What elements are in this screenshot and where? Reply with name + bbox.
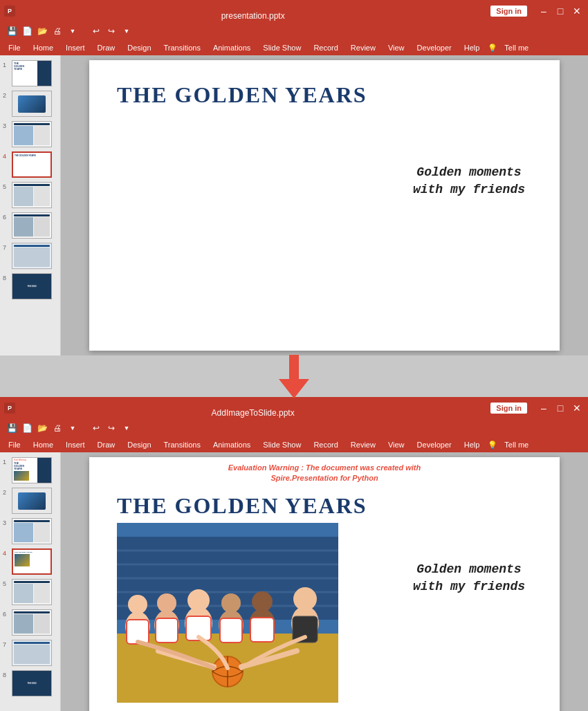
bottom-quick-access-toolbar: 💾 📄 📂 🖨 ▼ ↩ ↪ ▼: [0, 419, 588, 437]
bottom-thumbnails-panel: 1 Eval Warning THEGOLDENYEARS 2: [0, 452, 61, 711]
open-icon[interactable]: 📂: [36, 26, 48, 36]
top-slide-main: THE GOLDEN YEARS Golden moments with my …: [89, 60, 560, 351]
bottom-thumbnail-8[interactable]: 8 THE END: [0, 668, 60, 699]
bottom-redo-icon[interactable]: ↪: [105, 423, 118, 433]
bottom-undo-icon[interactable]: ↩: [90, 423, 102, 433]
bottom-tab-review[interactable]: Review: [345, 439, 381, 450]
thumb-box-7: [12, 243, 52, 269]
undo-icon[interactable]: ↩: [90, 26, 102, 36]
bottom-thumbnail-6[interactable]: 6: [0, 607, 60, 638]
thumbnail-4[interactable]: 4 THE GOLDEN YEARS: [0, 149, 60, 180]
thumb-box-4: THE GOLDEN YEARS: [12, 151, 52, 178]
bottom-tab-home[interactable]: Home: [28, 439, 59, 450]
bottom-tab-tellme[interactable]: Tell me: [499, 439, 534, 450]
bottom-ribbon: File Home Insert Draw Design Transitions…: [0, 437, 588, 452]
bottom-sign-in-button[interactable]: Sign in: [490, 403, 527, 414]
close-button[interactable]: ✕: [570, 6, 584, 17]
save-icon[interactable]: 💾: [6, 26, 18, 36]
tab-help[interactable]: Help: [459, 42, 486, 53]
bottom-save-icon[interactable]: 💾: [6, 423, 18, 433]
thumbnail-3[interactable]: 3: [0, 119, 60, 149]
bottom-open-icon[interactable]: 📂: [36, 423, 48, 433]
bottom-thumb-box-5: [12, 579, 52, 605]
bottom-tab-record[interactable]: Record: [308, 439, 343, 450]
bottom-thumbnail-2[interactable]: 2: [0, 486, 60, 516]
bottom-window-icons: P: [4, 403, 15, 414]
bottom-close-button[interactable]: ✕: [570, 403, 584, 414]
tab-insert[interactable]: Insert: [60, 42, 91, 53]
bottom-minimize-button[interactable]: –: [537, 403, 551, 414]
bottom-thumb-box-7: [12, 640, 52, 666]
top-thumbnails-panel: 1 THEGOLDENYEARS 2 3: [0, 55, 61, 356]
thumbnail-7[interactable]: 7: [0, 241, 60, 271]
bottom-tab-slideshow[interactable]: Slide Show: [257, 439, 306, 450]
tab-file[interactable]: File: [3, 42, 26, 53]
top-titlebar: P presentation.pptx Sign in – □ ✕: [0, 0, 588, 22]
bottom-tab-file[interactable]: File: [3, 439, 26, 450]
svg-point-15: [187, 589, 210, 611]
svg-point-21: [252, 591, 273, 612]
bottom-new-icon[interactable]: 📄: [21, 423, 33, 433]
thumbnail-5[interactable]: 5: [0, 180, 60, 210]
thumbnail-2[interactable]: 2: [0, 89, 60, 119]
thumbnail-1[interactable]: 1 THEGOLDENYEARS: [0, 58, 60, 89]
svg-rect-19: [220, 618, 242, 643]
thumb-box-1: THEGOLDENYEARS: [12, 60, 52, 86]
thumb-box-8: THE END: [12, 273, 52, 299]
tab-record[interactable]: Record: [308, 42, 343, 53]
tab-transitions[interactable]: Transitions: [158, 42, 206, 53]
arrow-head: [279, 379, 309, 398]
bottom-maximize-button[interactable]: □: [553, 403, 567, 414]
sign-in-button[interactable]: Sign in: [490, 6, 527, 17]
top-slide-canvas: THE GOLDEN YEARS Golden moments with my …: [61, 55, 588, 356]
svg-rect-22: [250, 618, 274, 642]
new-icon[interactable]: 📄: [21, 26, 33, 36]
tab-tellme[interactable]: Tell me: [499, 42, 534, 53]
eval-warning: Evaluation Warning : The document was cr…: [89, 463, 560, 484]
thumb-box-5: [12, 182, 52, 208]
redo-icon[interactable]: ↪: [105, 26, 118, 36]
bottom-tab-help[interactable]: Help: [459, 439, 486, 450]
thumbnail-8[interactable]: 8 THE END: [0, 271, 60, 302]
bottom-more2-icon[interactable]: ▼: [120, 425, 133, 432]
bottom-thumbnail-5[interactable]: 5: [0, 577, 60, 607]
tab-review[interactable]: Review: [345, 42, 381, 53]
window-controls: Sign in – □ ✕: [490, 6, 584, 17]
bottom-thumbnail-4[interactable]: 4 THE GOLDEN YEARS: [0, 546, 60, 577]
team-photo-svg: [117, 523, 338, 703]
thumb-box-2: [12, 91, 52, 117]
tab-slideshow[interactable]: Slide Show: [257, 42, 306, 53]
minimize-button[interactable]: –: [537, 6, 551, 17]
bottom-more-qat-icon[interactable]: ▼: [66, 425, 79, 432]
tab-home[interactable]: Home: [28, 42, 59, 53]
svg-point-18: [221, 593, 241, 613]
bottom-print-icon[interactable]: 🖨: [51, 423, 64, 433]
bottom-thumb-box-3: [12, 518, 52, 544]
tab-animations[interactable]: Animations: [208, 42, 256, 53]
bottom-tab-transitions[interactable]: Transitions: [158, 439, 206, 450]
tab-developer[interactable]: Developer: [412, 42, 457, 53]
top-window: P presentation.pptx Sign in – □ ✕ 💾 📄 📂 …: [0, 0, 588, 356]
bottom-window: P AddImageToSlide.pptx Sign in – □ ✕ 💾 📄…: [0, 397, 588, 711]
top-quick-access-toolbar: 💾 📄 📂 🖨 ▼ ↩ ↪ ▼: [0, 22, 588, 40]
bottom-tab-insert[interactable]: Insert: [60, 439, 91, 450]
thumb-box-3: [12, 121, 52, 147]
maximize-button[interactable]: □: [553, 6, 567, 17]
print-icon[interactable]: 🖨: [51, 26, 64, 36]
bottom-thumbnail-1[interactable]: 1 Eval Warning THEGOLDENYEARS: [0, 455, 60, 486]
tab-design[interactable]: Design: [122, 42, 156, 53]
svg-point-9: [128, 595, 147, 614]
bottom-tab-view[interactable]: View: [383, 439, 410, 450]
bottom-tab-draw[interactable]: Draw: [92, 439, 121, 450]
bottom-thumbnail-3[interactable]: 3: [0, 516, 60, 546]
more2-icon[interactable]: ▼: [120, 28, 133, 35]
bottom-tab-developer[interactable]: Developer: [412, 439, 457, 450]
tab-draw[interactable]: Draw: [92, 42, 121, 53]
more-qat-icon[interactable]: ▼: [66, 28, 79, 35]
bottom-tab-design[interactable]: Design: [122, 439, 156, 450]
bottom-thumbnail-7[interactable]: 7: [0, 638, 60, 668]
bottom-tab-animations[interactable]: Animations: [208, 439, 256, 450]
thumbnail-6[interactable]: 6: [0, 210, 60, 241]
bottom-slide-canvas: Evaluation Warning : The document was cr…: [61, 452, 588, 711]
tab-view[interactable]: View: [383, 42, 410, 53]
